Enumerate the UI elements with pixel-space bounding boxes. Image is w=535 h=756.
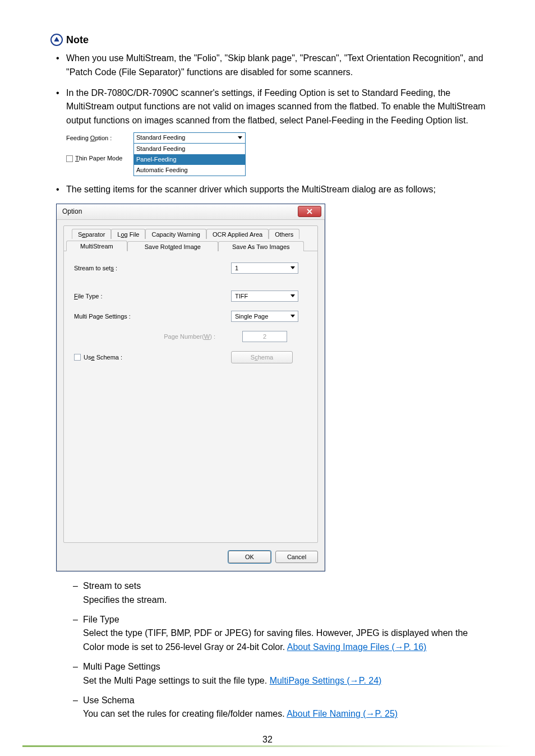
tab-panel-multistream: Stream to sets : 1 File Type : T [64,251,317,542]
thin-paper-label: Thin Paper Mode [75,154,122,163]
file-type-select[interactable]: TIFF [231,291,298,302]
definition-desc: You can set the rules for creating file/… [83,707,490,721]
chevron-down-icon [289,312,297,320]
link-multipage-settings[interactable]: MultiPage Settings (→P. 24) [270,676,382,685]
tab-capacity-warning[interactable]: Capacity Warning [145,229,206,239]
tab-control: Separator Log File Capacity Warning OCR … [63,225,318,543]
tab-logfile[interactable]: Log File [111,229,145,239]
dropdown-option[interactable]: Automatic Feeding [134,165,245,176]
feeding-option-dropdown[interactable]: Standard Feeding Panel-Feeding Automatic… [133,144,246,176]
use-schema-row: Use Schema : [74,354,231,361]
dropdown-option[interactable]: Standard Feeding [134,144,245,154]
feeding-option-illustration: Feeding Option : Thin Paper Mode Standar… [66,132,490,176]
multi-page-settings-value: Single Page [235,313,268,320]
chevron-down-icon [236,134,244,142]
definition-item: File Type Select the type (TIFF, BMP, PD… [73,613,490,654]
dialog-title-text: Option [62,208,82,215]
feeding-option-label: Feeding Option : [66,133,112,143]
footer-rule [22,745,513,747]
tab-save-rotated-image[interactable]: Save Rotated Image [127,241,218,251]
tab-multistream[interactable]: MultiStream [66,241,127,251]
bullet-text: The setting items for the scanner driver… [66,185,436,194]
definition-term: File Type [83,615,119,624]
page-number-input: 2 [242,331,287,342]
schema-button: Schema [231,351,293,363]
chevron-down-icon [289,292,297,300]
definition-item: Use Schema You can set the rules for cre… [73,694,490,722]
feeding-option-value: Standard Feeding [136,133,185,142]
page-number: 32 [0,735,535,745]
page-number-value: 2 [263,333,266,340]
definition-term: Use Schema [83,695,135,705]
close-icon [306,208,313,215]
stream-to-sets-label: Stream to sets : [74,265,231,271]
note-heading: Note [50,34,513,46]
bullet-item: When you use MultiStream, the "Folio", "… [56,52,490,80]
dialog-titlebar: Option [57,204,325,220]
close-button[interactable] [298,206,321,217]
ok-button[interactable]: OK [228,551,271,563]
note-icon [50,34,63,46]
bullet-item: In the DR-7080C/DR-7090C scanner's setti… [56,86,490,177]
tab-save-as-two-images[interactable]: Save As Two Images [218,241,304,251]
definition-item: Stream to sets Specifies the stream. [73,579,490,607]
tab-separator[interactable]: Separator [72,229,111,239]
definition-term: Stream to sets [83,581,141,591]
bullet-text: When you use MultiStream, the "Folio", "… [66,53,483,77]
file-type-label: File Type : [74,293,231,299]
file-type-value: TIFF [235,293,248,299]
use-schema-label: Use Schema : [84,354,122,361]
multi-page-settings-label: Multi Page Settings : [74,313,231,320]
dropdown-option-selected[interactable]: Panel-Feeding [134,154,245,165]
stream-to-sets-value: 1 [235,265,238,271]
definition-item: Multi Page Settings Set the Multi Page s… [73,660,490,688]
definition-desc: Specifies the stream. [83,593,490,607]
link-about-file-naming[interactable]: About File Naming (→P. 25) [287,709,398,718]
link-about-saving-image-files[interactable]: About Saving Image Files (→P. 16) [287,642,427,652]
note-label: Note [66,34,89,46]
definition-desc: Set the Multi Page settings to suit the … [83,674,490,688]
option-dialog: Option Separator Log File Capacity Warni… [56,204,325,571]
cancel-button[interactable]: Cancel [275,551,318,563]
tab-ocr-applied-area[interactable]: OCR Applied Area [206,229,269,239]
tab-others[interactable]: Others [269,229,299,239]
thin-paper-checkbox[interactable] [66,155,73,162]
feeding-option-combo[interactable]: Standard Feeding [133,132,246,144]
bullet-item: The setting items for the scanner driver… [56,183,490,197]
page-number-label: Page Number(W) : [74,333,231,340]
definition-desc: Select the type (TIFF, BMP, PDF or JPEG)… [83,626,490,654]
multi-page-settings-select[interactable]: Single Page [231,311,298,322]
stream-to-sets-select[interactable]: 1 [231,262,298,274]
use-schema-checkbox[interactable] [74,354,81,361]
chevron-down-icon [289,264,297,272]
bullet-text: In the DR-7080C/DR-7090C scanner's setti… [66,88,486,126]
definition-term: Multi Page Settings [83,662,160,671]
